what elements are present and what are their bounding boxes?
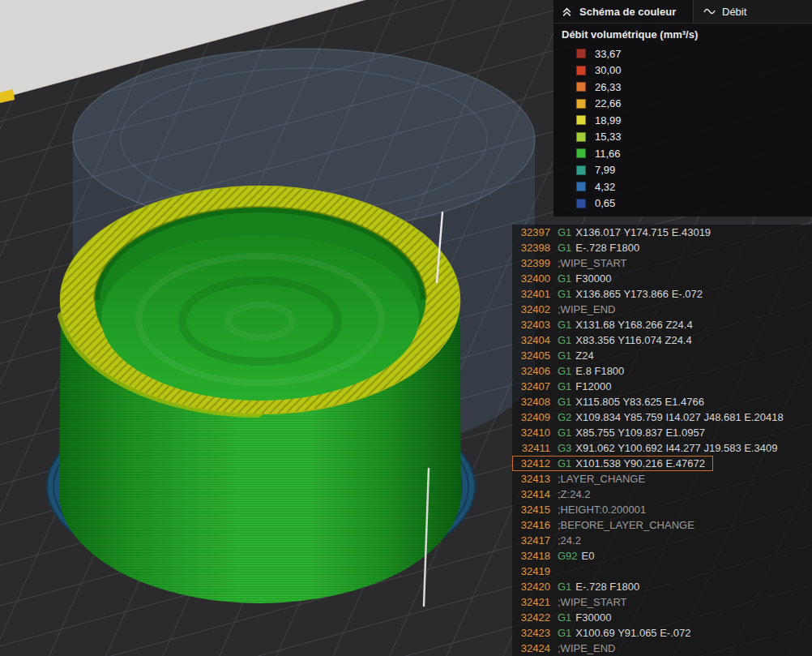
gcode-line[interactable]: 32397G1X136.017 Y174.715 E.43019 (512, 225, 719, 240)
legend-swatch (576, 132, 586, 142)
gcode-line[interactable]: 32413;LAYER_CHANGE (512, 471, 653, 487)
gcode-line-number: 32420 (516, 579, 550, 594)
collapse-icon[interactable] (562, 6, 572, 17)
gcode-line-number: 32423 (516, 625, 550, 641)
gcode-line[interactable]: 32417;24.2 (512, 533, 589, 548)
gcode-line-number: 32409 (516, 409, 550, 425)
legend-item: 4,32 (553, 178, 812, 195)
legend-item: 11,66 (553, 145, 812, 162)
legend-swatch (576, 148, 586, 158)
gcode-line-number: 32419 (516, 564, 550, 579)
gcode-args: X91.062 Y100.692 I44.277 J19.583 E.3409 (575, 440, 777, 456)
gcode-comment: ;WIPE_END (558, 302, 616, 317)
gcode-comment: ;WIPE_END (558, 641, 616, 656)
gcode-line[interactable]: 32419 (512, 564, 566, 579)
gcode-line[interactable]: 32422G1F30000 (512, 610, 619, 625)
gcode-line-number: 32417 (516, 533, 550, 548)
gcode-args: X115.805 Y83.625 E1.4766 (575, 394, 704, 409)
gcode-line-number: 32411 (516, 440, 550, 456)
gcode-line-number: 32410 (516, 425, 550, 440)
gcode-line[interactable]: 32410G1X85.755 Y109.837 E1.0957 (512, 425, 713, 440)
legend-value: 15,33 (595, 131, 622, 143)
gcode-line-number: 32403 (516, 317, 550, 332)
gcode-args: X109.834 Y85.759 I14.027 J48.681 E.20418 (575, 409, 783, 425)
gcode-line[interactable]: 32414;Z:24.2 (512, 487, 598, 502)
gcode-command: G2 (558, 409, 571, 425)
gcode-line-number: 32414 (516, 487, 550, 502)
gcode-line[interactable]: 32412G1X101.538 Y90.216 E.47672 (512, 456, 713, 471)
gcode-command: G1 (558, 240, 571, 255)
gcode-line-number: 32397 (516, 225, 550, 240)
legend-value: 11,66 (595, 148, 621, 160)
gcode-args: X101.538 Y90.216 E.47672 (575, 456, 705, 471)
gcode-line[interactable]: 32405G1Z24 (512, 348, 602, 363)
gcode-comment: ;BEFORE_LAYER_CHANGE (558, 517, 694, 533)
color-scheme-panel: Schéma de couleur Débit Débit volumétriq… (553, 0, 812, 217)
legend-value: 30,00 (595, 64, 622, 76)
legend-item: 15,33 (553, 129, 812, 146)
legend-subtitle: Débit volumétrique (mm³/s) (553, 23, 812, 45)
gcode-line[interactable]: 32403G1X131.68 Y168.266 Z24.4 (512, 317, 701, 332)
gcode-line[interactable]: 32420G1E-.728 F1800 (512, 579, 647, 594)
gcode-line[interactable]: 32407G1F12000 (512, 379, 619, 394)
legend-value: 18,99 (595, 114, 622, 126)
gcode-command: G1 (558, 610, 571, 625)
legend-swatch (576, 165, 586, 175)
legend-value: 7,99 (595, 164, 615, 176)
gcode-command: G1 (558, 579, 571, 594)
gcode-command: G1 (558, 425, 571, 440)
legend-value: 4,32 (595, 181, 615, 193)
gcode-line[interactable]: 32401G1X136.865 Y173.866 E-.072 (512, 286, 711, 302)
gcode-line-number: 32424 (516, 641, 550, 656)
gcode-command: G1 (558, 317, 571, 332)
legend-value: 22,66 (595, 97, 622, 109)
gcode-args: X136.017 Y174.715 E.43019 (575, 225, 711, 240)
gcode-args: E.8 F1800 (575, 363, 624, 379)
gcode-line[interactable]: 32402;WIPE_END (512, 302, 624, 317)
gcode-line[interactable]: 32398G1E-.728 F1800 (512, 240, 647, 255)
gcode-line-number: 32407 (516, 379, 550, 394)
gcode-line-number: 32406 (516, 363, 550, 379)
gcode-comment: ;24.2 (558, 533, 581, 548)
gcode-line-number: 32405 (516, 348, 550, 363)
view-type-value: Débit (722, 6, 746, 18)
gcode-line[interactable]: 32423G1X100.69 Y91.065 E-.072 (512, 625, 699, 641)
legend-swatch (576, 115, 586, 125)
gcode-line[interactable]: 32418G92E0 (512, 548, 602, 564)
legend-swatch (576, 49, 586, 58)
legend-swatch (576, 199, 586, 208)
gcode-args: X100.69 Y91.065 E-.072 (575, 625, 690, 641)
gcode-line[interactable]: 32406G1E.8 F1800 (512, 363, 632, 379)
gcode-command: G1 (558, 286, 571, 302)
gcode-line[interactable]: 32400G1F30000 (512, 271, 619, 286)
gcode-comment: ;LAYER_CHANGE (558, 471, 645, 487)
legend-item: 22,66 (553, 96, 812, 113)
gcode-args: F12000 (575, 379, 611, 394)
gcode-comment: ;HEIGHT:0.200001 (558, 502, 646, 517)
gcode-line-number: 32402 (516, 302, 550, 317)
gcode-line[interactable]: 32415;HEIGHT:0.200001 (512, 502, 654, 517)
gcode-line[interactable]: 32416;BEFORE_LAYER_CHANGE (512, 517, 703, 533)
gcode-args: E-.728 F1800 (575, 579, 639, 594)
gcode-line[interactable]: 32411G3X91.062 Y100.692 I44.277 J19.583 … (512, 440, 786, 456)
gcode-args: E0 (582, 548, 595, 564)
gcode-line[interactable]: 32408G1X115.805 Y83.625 E1.4766 (512, 394, 712, 409)
gcode-line[interactable]: 32404G1X83.356 Y116.074 Z24.4 (512, 332, 700, 348)
legend-swatch (576, 66, 586, 75)
gcode-line[interactable]: 32421;WIPE_START (512, 594, 635, 610)
gcode-line[interactable]: 32399;WIPE_START (512, 255, 635, 271)
gcode-command: G3 (558, 440, 571, 456)
gcode-comment: ;Z:24.2 (558, 487, 590, 502)
legend-item: 0,65 (553, 195, 812, 212)
legend-item: 30,00 (553, 62, 812, 79)
legend-list: 33,6730,0026,3322,6618,9915,3311,667,994… (553, 45, 812, 217)
gcode-line[interactable]: 32424;WIPE_END (512, 641, 624, 656)
gcode-command: G1 (558, 625, 571, 641)
gcode-comment: ;WIPE_START (558, 255, 626, 271)
legend-value: 33,67 (595, 48, 622, 60)
gcode-line-number: 32422 (516, 610, 550, 625)
legend-value: 26,33 (595, 81, 622, 93)
gcode-line[interactable]: 32409G2X109.834 Y85.759 I14.027 J48.681 … (512, 409, 792, 425)
view-type-dropdown[interactable]: Débit (693, 0, 812, 23)
gcode-line-number: 32400 (516, 271, 550, 286)
